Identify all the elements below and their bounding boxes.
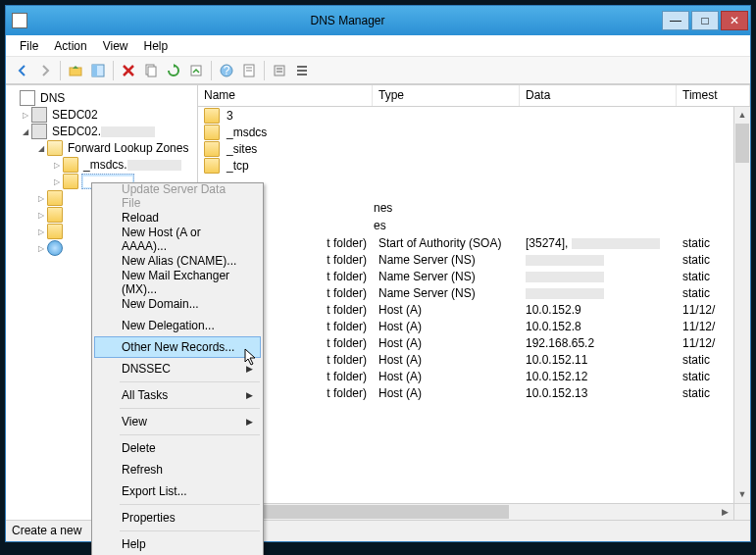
menu-item-label: All Tasks: [122, 388, 168, 402]
copy-button[interactable]: [140, 60, 162, 81]
menu-item[interactable]: Help: [94, 533, 261, 555]
list-row[interactable]: t folder)Host (A)192.168.65.211/12/: [198, 334, 750, 351]
menu-item[interactable]: New Domain...: [94, 293, 261, 315]
tree-server2[interactable]: SEDC02.: [50, 125, 157, 138]
list-button[interactable]: [291, 60, 313, 81]
list-row[interactable]: _msdcs: [198, 124, 750, 140]
row-type: Name Server (NS): [373, 270, 520, 283]
menu-item[interactable]: New Delegation...: [94, 315, 261, 336]
list-row[interactable]: t folder)Host (A)10.0.152.13static: [198, 384, 750, 401]
filter-button[interactable]: [269, 60, 290, 81]
folder-icon: [47, 224, 63, 239]
menu-item[interactable]: Refresh: [94, 459, 261, 480]
list-row[interactable]: t folder)Host (A)10.0.152.811/12/: [198, 318, 750, 334]
col-name[interactable]: Name: [198, 85, 373, 106]
row-type: Name Server (NS): [373, 286, 520, 300]
properties-button[interactable]: [238, 60, 260, 81]
menu-item[interactable]: All Tasks▶: [94, 384, 261, 406]
server-icon: [31, 107, 47, 123]
folder-icon: [63, 157, 78, 173]
expander-icon[interactable]: [51, 176, 63, 186]
scroll-down-icon[interactable]: ▼: [734, 486, 750, 503]
folder-icon: [204, 141, 220, 157]
row-name: _tcp: [227, 159, 249, 173]
list-row[interactable]: t folder)Host (A)10.0.152.12static: [198, 368, 750, 384]
list-row[interactable]: [198, 221, 750, 234]
menu-item[interactable]: New Mail Exchanger (MX)...: [94, 272, 261, 293]
svg-rect-4: [148, 67, 156, 76]
scroll-up-icon[interactable]: ▲: [734, 107, 750, 124]
folder-icon: [63, 174, 78, 189]
expander-icon[interactable]: [35, 192, 47, 203]
menu-item-label: Export List...: [122, 484, 187, 498]
back-button[interactable]: [12, 60, 33, 81]
list-row[interactable]: t folder)Name Server (NS)static: [198, 268, 750, 284]
title-bar[interactable]: DNS Manager — □ ✕: [6, 6, 750, 35]
list-body[interactable]: 3_msdcs_sites_tcpt folder)Start of Autho…: [198, 107, 750, 520]
list-row[interactable]: t folder)Host (A)10.0.152.11static: [198, 351, 750, 368]
menu-item[interactable]: Other New Records...: [94, 336, 261, 358]
folder-icon: [204, 108, 220, 124]
close-button[interactable]: ✕: [721, 11, 748, 30]
col-type[interactable]: Type: [373, 85, 520, 106]
list-row[interactable]: t folder)Host (A)10.0.152.911/12/: [198, 301, 750, 318]
tree-root[interactable]: DNS: [38, 91, 67, 105]
show-hide-tree-button[interactable]: [87, 60, 109, 81]
list-row[interactable]: [198, 187, 750, 204]
horizontal-scrollbar[interactable]: ◀▶: [198, 503, 733, 520]
minimize-button[interactable]: —: [662, 11, 689, 30]
scrollbar-thumb[interactable]: [735, 124, 749, 163]
list-row[interactable]: [198, 174, 750, 187]
menu-action[interactable]: Action: [46, 37, 94, 55]
menu-file[interactable]: File: [12, 37, 46, 55]
col-data[interactable]: Data: [520, 85, 677, 106]
menu-item-label: Delete: [122, 441, 156, 455]
scroll-corner: [733, 503, 750, 520]
row-data: 10.0.152.12: [520, 370, 677, 383]
expander-icon[interactable]: [20, 109, 31, 120]
expander-icon[interactable]: [20, 126, 31, 136]
expander-icon[interactable]: [35, 209, 47, 220]
menu-item[interactable]: New Host (A or AAAA)...: [94, 228, 261, 250]
row-data: 192.168.65.2: [520, 336, 677, 350]
row-data: [520, 253, 677, 267]
expander-icon[interactable]: [35, 242, 47, 253]
col-timestamp[interactable]: Timest: [677, 85, 750, 106]
menu-item[interactable]: DNSSEC▶: [94, 358, 261, 379]
tree-server1[interactable]: SEDC02: [50, 108, 100, 122]
svg-text:?: ?: [224, 64, 230, 77]
refresh-button[interactable]: [163, 60, 184, 81]
tree-zone-msdcs[interactable]: _msdcs.: [81, 158, 183, 172]
expander-icon[interactable]: [51, 159, 63, 170]
up-button[interactable]: [65, 60, 86, 81]
menu-view[interactable]: View: [95, 37, 136, 55]
menu-item[interactable]: Export List...: [94, 480, 261, 502]
row-data: 10.0.152.11: [520, 353, 677, 367]
list-row[interactable]: _tcp: [198, 157, 750, 174]
list-row[interactable]: _sites: [198, 140, 750, 157]
scroll-right-icon[interactable]: ▶: [717, 504, 733, 520]
vertical-scrollbar[interactable]: ▲▼: [733, 107, 750, 503]
help-button[interactable]: ?: [216, 60, 237, 81]
list-row[interactable]: t folder)Start of Authority (SOA)[35274]…: [198, 234, 750, 251]
menu-item[interactable]: Properties: [94, 507, 261, 529]
menu-help[interactable]: Help: [136, 37, 176, 55]
tree-flz[interactable]: Forward Lookup Zones: [66, 141, 190, 155]
menu-item[interactable]: Delete: [94, 437, 261, 459]
list-row[interactable]: t folder)Name Server (NS)static: [198, 284, 750, 301]
menu-item[interactable]: View▶: [94, 411, 261, 432]
row-name: _msdcs: [227, 126, 267, 139]
delete-button[interactable]: [118, 60, 139, 81]
list-row[interactable]: t folder)Name Server (NS)static: [198, 251, 750, 268]
list-row[interactable]: 3: [198, 107, 750, 124]
menu-item-label: Other New Records...: [122, 340, 234, 354]
export-button[interactable]: [185, 60, 207, 81]
menu-item-label: DNSSEC: [122, 362, 171, 376]
expander-icon[interactable]: [35, 226, 47, 236]
svg-rect-0: [70, 68, 81, 76]
server-icon: [31, 124, 47, 139]
maximize-button[interactable]: □: [691, 11, 719, 30]
expander-icon[interactable]: [35, 142, 47, 153]
forward-button[interactable]: [34, 60, 56, 81]
list-row[interactable]: [198, 204, 750, 221]
